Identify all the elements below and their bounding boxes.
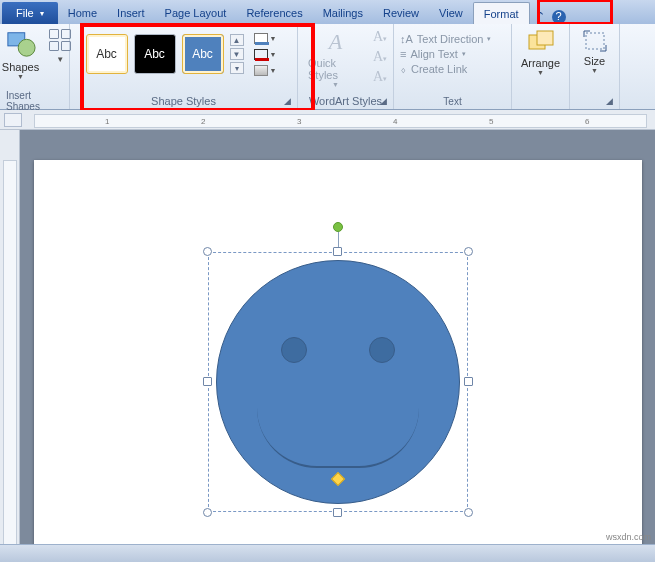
tab-file[interactable]: File▾	[2, 2, 58, 24]
watermark-text: wsxdn.com	[606, 532, 651, 542]
text-direction-button[interactable]: ↕AText Direction▾	[400, 33, 505, 45]
smiley-eye-right	[369, 337, 395, 363]
annotation-format-highlight	[537, 0, 613, 25]
group-shape-styles: Abc Abc Abc ▲ ▼ ▾ ▼ ▼ ▼ Shape Styles◢	[70, 24, 298, 109]
resize-handle-t[interactable]	[333, 247, 342, 256]
tab-references[interactable]: References	[236, 2, 312, 24]
wordart-A-icon: A	[329, 29, 342, 55]
smiley-eye-left	[281, 337, 307, 363]
group-label-size: ◢	[576, 94, 613, 108]
shape-fill-button[interactable]: ▼	[254, 31, 282, 45]
smiley-shape[interactable]	[216, 260, 460, 504]
gallery-down-button[interactable]: ▼	[230, 48, 244, 60]
group-label-insert-shapes: Insert Shapes	[6, 94, 63, 108]
tab-format[interactable]: Format	[473, 2, 530, 24]
shape-effects-button[interactable]: ▼	[254, 63, 282, 77]
size-button[interactable]: Size▼	[578, 27, 612, 81]
tab-view[interactable]: View	[429, 2, 473, 24]
pencil-icon	[254, 49, 268, 60]
gallery-more-button[interactable]: ▾	[230, 62, 244, 74]
shape-outline-button[interactable]: ▼	[254, 47, 282, 61]
shape-style-3[interactable]: Abc	[182, 34, 224, 74]
text-effects-icon[interactable]: A▾	[373, 69, 387, 85]
resize-handle-br[interactable]	[464, 508, 473, 517]
svg-rect-3	[537, 31, 553, 45]
group-label-wordart: WordArt Styles◢	[304, 94, 387, 108]
group-label-shape-styles: Shape Styles◢	[76, 94, 291, 108]
resize-handle-r[interactable]	[464, 377, 473, 386]
status-bar	[0, 544, 655, 562]
align-text-icon: ≡	[400, 48, 406, 60]
ribbon: Shapes ▼ ▼ Insert Shapes Abc Abc Abc ▲ ▼…	[0, 24, 655, 110]
svg-point-1	[18, 39, 35, 56]
style-gallery-scroll: ▲ ▼ ▾	[230, 34, 244, 74]
minimize-ribbon-icon[interactable]: ⌃	[534, 10, 548, 24]
effects-icon	[254, 65, 268, 76]
resize-handle-b[interactable]	[333, 508, 342, 517]
tab-home[interactable]: Home	[58, 2, 107, 24]
horizontal-ruler: 1 2 3 4 5 6	[0, 110, 655, 130]
shape-fill-outline-tools: ▼ ▼ ▼	[254, 31, 282, 77]
resize-handle-l[interactable]	[203, 377, 212, 386]
arrange-icon	[527, 29, 555, 55]
resize-handle-tl[interactable]	[203, 247, 212, 256]
tab-insert[interactable]: Insert	[107, 2, 155, 24]
group-label-arrange	[518, 94, 563, 108]
svg-rect-4	[586, 33, 604, 49]
page-canvas[interactable]	[20, 130, 655, 562]
tab-review[interactable]: Review	[373, 2, 429, 24]
text-fill-icon[interactable]: A▾	[373, 29, 387, 45]
text-outline-icon[interactable]: A▾	[373, 49, 387, 65]
vertical-ruler	[0, 130, 20, 562]
shapes-gallery-button[interactable]: Shapes ▼	[0, 27, 43, 82]
bucket-icon	[254, 33, 268, 44]
ribbon-tabbar: File▾ Home Insert Page Layout References…	[0, 0, 655, 24]
create-link-button[interactable]: ⬨Create Link	[400, 63, 505, 75]
group-insert-shapes: Shapes ▼ ▼ Insert Shapes	[0, 24, 70, 109]
shape-selection[interactable]	[208, 252, 468, 512]
shape-styles-launcher[interactable]: ◢	[284, 96, 291, 106]
rotation-stem	[338, 232, 339, 248]
shapes-mini-gallery[interactable]	[49, 29, 71, 51]
group-arrange: Arrange▼	[512, 24, 570, 109]
shape-style-2[interactable]: Abc	[134, 34, 176, 74]
gallery-up-button[interactable]: ▲	[230, 34, 244, 46]
page[interactable]	[34, 160, 642, 562]
align-text-button[interactable]: ≡Align Text▾	[400, 48, 505, 60]
quick-styles-button[interactable]: A Quick Styles ▼	[304, 27, 367, 90]
tab-mailings[interactable]: Mailings	[313, 2, 373, 24]
tab-page-layout[interactable]: Page Layout	[155, 2, 237, 24]
resize-handle-tr[interactable]	[464, 247, 473, 256]
wordart-launcher[interactable]: ◢	[380, 96, 387, 106]
help-icon[interactable]: ?	[552, 10, 566, 24]
ruler-h-track[interactable]: 1 2 3 4 5 6	[34, 114, 647, 128]
text-direction-icon: ↕A	[400, 33, 413, 45]
smiley-mouth	[257, 408, 419, 468]
group-text: ↕AText Direction▾ ≡Align Text▾ ⬨Create L…	[394, 24, 512, 109]
group-label-text: Text	[400, 94, 505, 108]
document-area	[0, 130, 655, 562]
ruler-v-track[interactable]	[3, 160, 17, 554]
link-icon: ⬨	[400, 63, 407, 75]
size-launcher[interactable]: ◢	[606, 96, 613, 106]
shape-style-1[interactable]: Abc	[86, 34, 128, 74]
rotation-handle[interactable]	[333, 222, 343, 232]
shapes-icon	[6, 29, 36, 59]
resize-handle-bl[interactable]	[203, 508, 212, 517]
arrange-button[interactable]: Arrange▼	[517, 27, 564, 81]
size-icon	[582, 29, 608, 53]
ruler-toggle-button[interactable]	[4, 113, 22, 127]
group-wordart-styles: A Quick Styles ▼ A▾ A▾ A▾ WordArt Styles…	[298, 24, 394, 109]
group-size: Size▼ ◢	[570, 24, 620, 109]
